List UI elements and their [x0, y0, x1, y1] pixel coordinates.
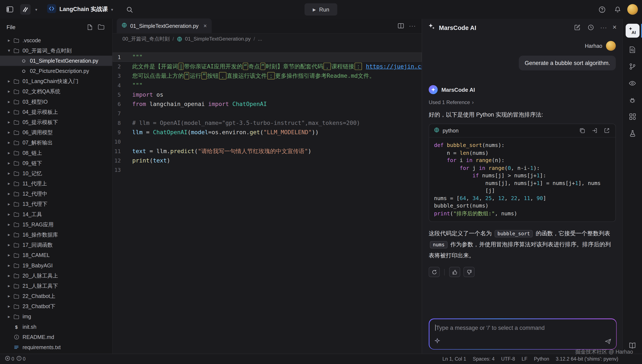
- chevron-icon[interactable]: ▾: [6, 48, 12, 53]
- notifications-icon[interactable]: [612, 4, 623, 15]
- chevron-icon[interactable]: ▸: [6, 150, 12, 156]
- tree-item[interactable]: $init.sh: [0, 322, 112, 332]
- tree-item[interactable]: ▸21_人脉工具下: [0, 281, 112, 291]
- code-line[interactable]: 9llm = ChatOpenAI(model=os.environ.get("…: [113, 128, 422, 137]
- sidebar-toggle-icon[interactable]: [4, 4, 16, 15]
- tree-item[interactable]: ▸13_代理下: [0, 199, 112, 209]
- breadcrumb-item[interactable]: 01_SimpleTextGeneration.py: [185, 36, 251, 42]
- send-icon[interactable]: [604, 338, 611, 346]
- run-button[interactable]: ▶ Run: [304, 3, 337, 16]
- chevron-icon[interactable]: ▸: [6, 181, 12, 186]
- chevron-icon[interactable]: ▸: [6, 191, 12, 196]
- editor-tab[interactable]: 01_SimpleTextGeneration.py ×: [117, 18, 212, 33]
- tree-item[interactable]: 01_SimpleTextGeneration.py: [0, 56, 112, 66]
- test-flask-icon[interactable]: [627, 128, 637, 138]
- new-chat-icon[interactable]: [573, 23, 581, 32]
- help-icon[interactable]: [596, 4, 607, 15]
- search-icon[interactable]: [124, 4, 135, 15]
- code-line[interactable]: 5import os: [113, 90, 422, 100]
- tree-item[interactable]: ▸14_工具: [0, 209, 112, 220]
- code-line[interactable]: 11text = llm.predict("请给我写一句情人节红玫瑰的中文宣传语…: [113, 146, 422, 156]
- status-item[interactable]: Spaces: 4: [473, 356, 494, 362]
- status-item[interactable]: LF: [521, 356, 527, 362]
- tree-item[interactable]: ▸17_回调函数: [0, 240, 112, 250]
- regenerate-icon[interactable]: [429, 267, 440, 277]
- tree-item[interactable]: ▸img: [0, 312, 112, 322]
- close-panel-icon[interactable]: ×: [612, 23, 616, 32]
- breadcrumb[interactable]: 00_开篇词_奇点时刻/01_SimpleTextGeneration.py/.…: [113, 34, 422, 44]
- chevron-icon[interactable]: ▸: [6, 314, 12, 319]
- problems-indicator[interactable]: 0 0: [5, 356, 26, 362]
- tree-item[interactable]: ▸20_人脉工具上: [0, 270, 112, 281]
- code-line[interactable]: 13: [113, 166, 422, 175]
- tree-item[interactable]: ▸07_解析输出: [0, 138, 112, 148]
- extensions-grid-icon[interactable]: [627, 112, 637, 122]
- chevron-icon[interactable]: ▸: [6, 242, 12, 248]
- split-editor-icon[interactable]: [395, 20, 407, 32]
- code-line[interactable]: 6from langchain_openai import ChatOpenAI: [113, 100, 422, 109]
- command-sparkle-icon[interactable]: [434, 338, 440, 345]
- tree-item[interactable]: requirements.txt: [0, 342, 112, 352]
- chat-more-icon[interactable]: ···: [600, 24, 607, 31]
- chevron-icon[interactable]: ▸: [6, 78, 12, 84]
- tree-item[interactable]: ▸.vscode: [0, 35, 112, 46]
- chevron-icon[interactable]: ▸: [6, 263, 12, 268]
- copy-code-icon[interactable]: [578, 127, 586, 134]
- preview-eye-icon[interactable]: [627, 78, 637, 88]
- chevron-icon[interactable]: ▸: [6, 222, 12, 227]
- breadcrumb-item[interactable]: 00_开篇词_奇点时刻: [122, 36, 170, 42]
- tree-item[interactable]: ▸16_操作数据库: [0, 230, 112, 240]
- reference-link[interactable]: Used 1 Reference ›: [429, 100, 616, 105]
- tree-item[interactable]: README.md: [0, 332, 112, 342]
- code-line[interactable]: 8# llm = OpenAI(model_name="gpt-3.5-turb…: [113, 118, 422, 128]
- chat-input[interactable]: Type a message or '/' to select a comman…: [429, 319, 616, 349]
- code-line[interactable]: 2此文件是【开篇词|带你亲证AI应用开发的“奇点”时刻】章节的配套代码，课程链接…: [113, 62, 422, 71]
- status-item[interactable]: UTF-8: [501, 356, 515, 362]
- chevron-icon[interactable]: ▸: [6, 130, 12, 135]
- tree-item[interactable]: ▸19_BabyAGI: [0, 260, 112, 270]
- status-item[interactable]: Python: [534, 356, 549, 362]
- code-line[interactable]: 1""": [113, 52, 422, 62]
- chevron-icon[interactable]: ▸: [6, 99, 12, 104]
- chevron-icon[interactable]: ▸: [6, 109, 12, 115]
- chevron-icon[interactable]: ▸: [6, 120, 12, 125]
- tree-item[interactable]: ▸05_提示模板下: [0, 117, 112, 127]
- tree-item[interactable]: ▸01_LangChain快速入门: [0, 76, 112, 86]
- chevron-icon[interactable]: ▸: [6, 294, 12, 299]
- chevron-icon[interactable]: ▸: [6, 273, 12, 278]
- code-line[interactable]: 10: [113, 137, 422, 146]
- chevron-icon[interactable]: ▸: [6, 160, 12, 166]
- status-item[interactable]: Ln 1, Col 1: [442, 356, 466, 362]
- debug-bug-icon[interactable]: [627, 95, 637, 105]
- user-avatar[interactable]: [627, 4, 638, 15]
- tree-item[interactable]: ▸12_代理中: [0, 188, 112, 199]
- tree-item[interactable]: ▸22_Chatbot上: [0, 291, 112, 301]
- project-switcher[interactable]: LangChain 实战课 ▾: [47, 4, 113, 15]
- tree-item[interactable]: ▸09_链下: [0, 158, 112, 168]
- thumbs-down-icon[interactable]: [463, 267, 475, 277]
- chevron-icon[interactable]: ▸: [6, 252, 12, 258]
- new-file-icon[interactable]: [85, 22, 94, 32]
- tree-item[interactable]: ▸10_记忆: [0, 168, 112, 178]
- status-item[interactable]: 3.12.2 64-bit ('shims': pyenv): [556, 356, 618, 362]
- code-line[interactable]: 12print(text): [113, 156, 422, 165]
- code-area[interactable]: 1"""2此文件是【开篇词|带你亲证AI应用开发的“奇点”时刻】章节的配套代码，…: [113, 44, 422, 354]
- close-tab-icon[interactable]: ×: [204, 22, 207, 29]
- tree-item[interactable]: ▸18_CAMEL: [0, 250, 112, 260]
- chevron-icon[interactable]: ▸: [6, 89, 12, 94]
- tree-item[interactable]: ▸15_RAG应用: [0, 220, 112, 230]
- tree-item[interactable]: ▾00_开篇词_奇点时刻: [0, 46, 112, 56]
- chevron-icon[interactable]: ▸: [6, 283, 12, 288]
- editor-more-icon[interactable]: ···: [409, 22, 416, 29]
- chat-history-icon[interactable]: [587, 23, 595, 32]
- tree-item[interactable]: ▸02_文档QA系统: [0, 86, 112, 97]
- chevron-icon[interactable]: ▸: [6, 201, 12, 207]
- tree-item[interactable]: ▸06_调用模型: [0, 127, 112, 138]
- chevron-icon[interactable]: ▸: [6, 38, 12, 43]
- tree-item[interactable]: 02_PictureDescription.py: [0, 66, 112, 76]
- tree-item[interactable]: ▸23_Chatbot下: [0, 301, 112, 311]
- tree-item[interactable]: ▸03_模型IO: [0, 97, 112, 107]
- chevron-icon[interactable]: ▸: [6, 232, 12, 238]
- code-line[interactable]: 3您可以点击最上方的“运行”按钮，直接运行该文件；更多操作指引请参考Readme…: [113, 71, 422, 80]
- logo-chevron-icon[interactable]: ▾: [35, 7, 38, 12]
